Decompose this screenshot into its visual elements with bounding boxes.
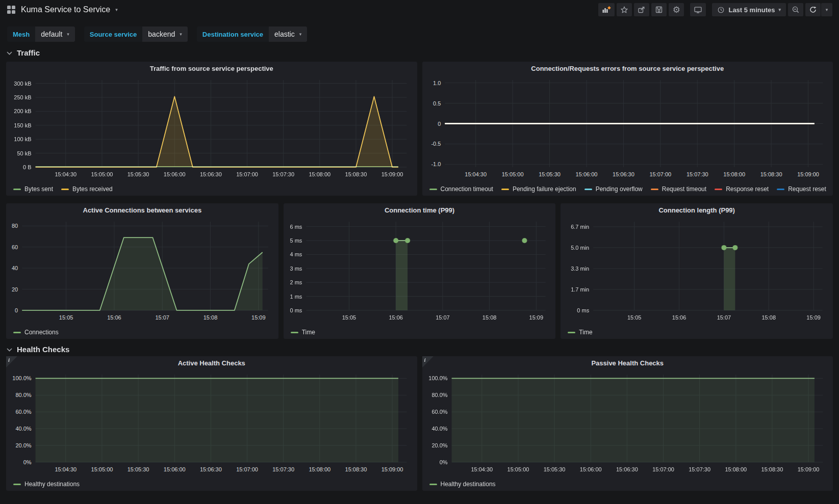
svg-text:60: 60 [12, 244, 18, 250]
grid-icon [7, 5, 16, 14]
section-health-checks[interactable]: Health Checks [7, 345, 839, 354]
chart-canvas[interactable]: 15:04:3015:05:0015:05:3015:06:0015:06:30… [422, 369, 833, 478]
svg-text:20.0%: 20.0% [15, 442, 31, 448]
settings-button[interactable]: ⚙ [669, 3, 684, 16]
legend-item[interactable]: Bytes received [61, 185, 113, 193]
svg-text:15:08:30: 15:08:30 [761, 466, 783, 472]
svg-text:0%: 0% [439, 459, 447, 465]
legend-item[interactable]: Time [291, 329, 315, 336]
panel-active-health: i Active Health Checks 15:04:3015:05:001… [6, 356, 417, 491]
chart-legend: Connection timeoutPending failure ejecti… [422, 182, 833, 196]
panel-title[interactable]: Connection time (P99) [284, 203, 556, 217]
legend-item[interactable]: Connection timeout [429, 185, 493, 193]
svg-text:15:05:30: 15:05:30 [128, 466, 149, 472]
variable-value-dropdown[interactable]: default ▾ [35, 26, 75, 42]
chart-canvas[interactable]: 15:04:3015:05:0015:05:3015:06:0015:06:30… [6, 369, 417, 478]
svg-text:15:07:30: 15:07:30 [272, 466, 294, 472]
dashboard-title[interactable]: Kuma Service to Service [21, 5, 110, 14]
svg-text:15:08:00: 15:08:00 [309, 466, 330, 472]
cycle-view-button[interactable] [690, 3, 706, 16]
svg-text:80.0%: 80.0% [15, 392, 31, 398]
refresh-interval-dropdown[interactable]: ▾ [821, 3, 832, 16]
panel-title[interactable]: Active Health Checks [6, 356, 417, 369]
svg-text:15:04:30: 15:04:30 [465, 171, 487, 177]
variable-value-dropdown[interactable]: elastic ▾ [269, 26, 307, 42]
svg-text:15:06:30: 15:06:30 [200, 171, 222, 177]
svg-text:15:06:30: 15:06:30 [200, 466, 222, 472]
svg-text:20.0%: 20.0% [431, 442, 447, 448]
svg-text:15:08: 15:08 [762, 314, 776, 321]
svg-text:15:09:00: 15:09:00 [797, 171, 819, 177]
chevron-down-icon: ▾ [67, 32, 69, 37]
svg-text:15:07: 15:07 [155, 314, 169, 321]
panel-title[interactable]: Connection/Requests errors from source s… [422, 62, 833, 75]
variable-value: default [41, 30, 62, 38]
panel-title[interactable]: Connection length (P99) [561, 203, 833, 217]
svg-text:15:09:00: 15:09:00 [382, 171, 403, 177]
chart-canvas[interactable]: 15:04:3015:05:0015:05:3015:06:0015:06:30… [6, 75, 417, 182]
svg-text:15:07:00: 15:07:00 [652, 466, 674, 472]
chart-canvas[interactable]: 15:0515:0615:0715:0815:090 ms1.7 min3.3 … [561, 217, 833, 326]
share-button[interactable] [634, 3, 649, 16]
chevron-down-icon: ▾ [826, 8, 828, 12]
svg-text:15:08:00: 15:08:00 [309, 171, 330, 177]
svg-text:15:05:30: 15:05:30 [543, 466, 565, 472]
settings-gear-icon: ⚙ [673, 6, 680, 14]
zoom-out-icon [792, 6, 800, 14]
dashboard-header: Kuma Service to Service ▾ [7, 5, 118, 14]
panel-passive-health: i Passive Health Checks 15:04:3015:05:00… [422, 356, 833, 491]
chart-canvas[interactable]: 15:0515:0615:0715:0815:090 ms1 ms2 ms3 m… [284, 217, 556, 326]
chevron-down-icon [7, 50, 12, 56]
chevron-down-icon[interactable]: ▾ [115, 8, 118, 12]
legend-item[interactable]: Connections [13, 329, 59, 336]
legend-item[interactable]: Bytes sent [13, 185, 53, 193]
panel-info-icon[interactable]: i [6, 356, 17, 367]
svg-text:15:08:30: 15:08:30 [345, 466, 367, 472]
svg-text:15:09: 15:09 [251, 314, 265, 321]
svg-text:15:07:30: 15:07:30 [686, 171, 708, 177]
add-panel-button[interactable] [598, 3, 615, 16]
svg-text:15:08:00: 15:08:00 [723, 171, 745, 177]
chart-legend: Healthy destinations [422, 478, 833, 491]
panel-info-icon[interactable]: i [422, 356, 434, 367]
panel-title[interactable]: Passive Health Checks [422, 356, 833, 369]
panel-title[interactable]: Active Connections between services [6, 203, 278, 217]
variable-value-dropdown[interactable]: backend ▾ [142, 26, 187, 42]
chart-legend: Bytes sentBytes received [6, 182, 417, 196]
svg-text:15:08:00: 15:08:00 [725, 466, 747, 472]
chevron-down-icon: ▾ [180, 32, 182, 37]
svg-text:4 ms: 4 ms [290, 251, 302, 257]
save-icon [655, 6, 663, 14]
dashboard-grid-icon[interactable] [7, 5, 16, 14]
legend-item[interactable]: Healthy destinations [429, 481, 496, 488]
refresh-button[interactable] [805, 3, 821, 16]
legend-item[interactable]: Time [568, 329, 592, 336]
variable-value: elastic [274, 30, 295, 38]
svg-text:15:06: 15:06 [389, 314, 403, 321]
chart-canvas[interactable]: 15:04:3015:05:0015:05:3015:06:0015:06:30… [422, 75, 833, 182]
svg-text:15:05:00: 15:05:00 [507, 466, 529, 472]
refresh-icon [809, 6, 817, 14]
chart-canvas[interactable]: 15:0515:0615:0715:0815:09020406080 [6, 217, 278, 326]
svg-text:15:05:30: 15:05:30 [128, 171, 149, 177]
legend-item[interactable]: Request timeout [651, 185, 706, 193]
legend-item[interactable]: Request reset [777, 185, 826, 193]
save-button[interactable] [651, 3, 667, 16]
svg-text:15:09: 15:09 [807, 314, 821, 321]
legend-item[interactable]: Pending overflow [584, 185, 643, 193]
star-button[interactable] [617, 3, 632, 16]
panel-traffic: i Traffic from source service perspectiv… [6, 62, 417, 196]
clock-icon [717, 6, 725, 14]
legend-item[interactable]: Response reset [715, 185, 769, 193]
legend-item[interactable]: Pending failure ejection [501, 185, 576, 193]
svg-text:15:07:30: 15:07:30 [272, 171, 294, 177]
svg-text:15:06:00: 15:06:00 [164, 466, 186, 472]
zoom-out-button[interactable] [788, 3, 803, 16]
time-range-picker[interactable]: Last 5 minutes ▾ [712, 3, 786, 16]
legend-item[interactable]: Healthy destinations [13, 481, 80, 488]
section-traffic[interactable]: Traffic [7, 48, 839, 57]
chart-legend: Time [284, 326, 556, 339]
section-title: Traffic [17, 48, 40, 57]
svg-text:6.7 min: 6.7 min [571, 224, 589, 230]
panel-title[interactable]: Traffic from source service perspective [6, 62, 417, 75]
